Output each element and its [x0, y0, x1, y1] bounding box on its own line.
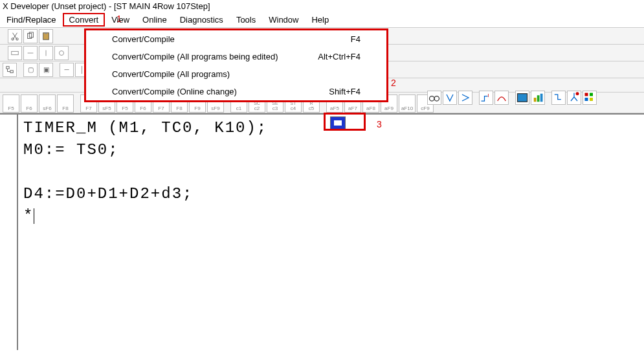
- window-icon[interactable]: [515, 91, 529, 105]
- svg-point-15: [576, 92, 579, 95]
- arrow-down-icon[interactable]: [443, 91, 457, 105]
- chart-icon[interactable]: [531, 91, 545, 105]
- dropdown-item-compile-edited[interactable]: Convert/Compile (All programs being edit…: [86, 48, 386, 65]
- menu-online[interactable]: Online: [136, 13, 173, 27]
- fkey-f6[interactable]: F6: [21, 94, 38, 113]
- fkey-sf6[interactable]: sF6: [39, 94, 56, 113]
- split-icon[interactable]: [567, 91, 581, 105]
- svg-point-8: [430, 96, 435, 102]
- svg-rect-18: [585, 98, 588, 101]
- fkey-f5[interactable]: F5: [3, 94, 19, 113]
- ladder-btn-1[interactable]: [8, 46, 22, 60]
- arrow-right-icon[interactable]: [458, 91, 472, 105]
- svg-point-7: [60, 50, 64, 55]
- editor-area: TIMER_M (M1, TC0, K10); M0:= TS0; D4:=D0…: [0, 113, 644, 350]
- annotation-box-3: [324, 113, 366, 131]
- menu-bar: Find/Replace Convert 1 View Online Diagn…: [0, 12, 644, 28]
- box-icon[interactable]: ▢: [23, 63, 38, 77]
- menu-help[interactable]: Help: [305, 13, 335, 27]
- editor-gutter: [0, 113, 18, 350]
- svg-rect-21: [10, 70, 13, 72]
- copy-icon[interactable]: [23, 29, 38, 43]
- toolbar-2-right: I: [427, 91, 597, 105]
- text-cursor: [34, 208, 34, 224]
- svg-rect-13: [537, 95, 540, 102]
- down-step-icon[interactable]: [551, 91, 566, 105]
- code-editor[interactable]: TIMER_M (M1, TC0, K10); M0:= TS0; D4:=D0…: [18, 113, 644, 350]
- window-title: X Developer (Unset project) - [ST MAIN 4…: [3, 1, 210, 11]
- svg-rect-20: [6, 66, 9, 69]
- menu-find-replace[interactable]: Find/Replace: [0, 13, 63, 27]
- hline-icon[interactable]: ─: [60, 63, 74, 77]
- svg-text:I: I: [488, 93, 489, 98]
- menu-tools[interactable]: Tools: [230, 13, 262, 27]
- svg-rect-11: [518, 94, 527, 102]
- annotation-2: 2: [391, 78, 396, 88]
- paste-icon[interactable]: [39, 29, 53, 43]
- ladder-btn-4[interactable]: [54, 46, 69, 60]
- title-bar: X Developer (Unset project) - [ST MAIN 4…: [0, 0, 644, 12]
- fkey-af10[interactable]: aF10: [399, 94, 416, 113]
- dropdown-item-compile[interactable]: Convert/Compile F4: [86, 30, 386, 48]
- ladder-btn-3[interactable]: [39, 46, 53, 60]
- svg-rect-5: [45, 32, 47, 34]
- box2-icon[interactable]: ▣: [39, 63, 53, 77]
- dropdown-item-compile-all[interactable]: Convert/Compile (All programs): [86, 65, 386, 83]
- cut-icon[interactable]: [8, 29, 22, 43]
- arc-icon[interactable]: [494, 91, 509, 105]
- svg-point-0: [12, 38, 14, 40]
- svg-point-1: [16, 38, 19, 40]
- convert-dropdown: Convert/Compile F4 Convert/Compile (All …: [84, 28, 388, 102]
- svg-rect-12: [534, 98, 537, 102]
- svg-rect-16: [585, 93, 588, 96]
- menu-convert[interactable]: Convert: [63, 13, 105, 27]
- menu-window[interactable]: Window: [262, 13, 305, 27]
- svg-point-9: [434, 96, 439, 102]
- svg-rect-19: [590, 98, 593, 101]
- step-icon[interactable]: I: [479, 91, 493, 105]
- svg-rect-6: [12, 51, 19, 54]
- tree-icon[interactable]: [3, 63, 17, 77]
- svg-rect-17: [590, 93, 593, 96]
- dropdown-item-compile-online[interactable]: Convert/Compile (Online change) Shift+F4: [86, 83, 386, 100]
- color-icon[interactable]: [583, 91, 597, 105]
- menu-diagnostics[interactable]: Diagnostics: [173, 13, 230, 27]
- annotation-3: 3: [377, 119, 382, 129]
- binoculars-icon[interactable]: [427, 91, 441, 105]
- svg-rect-14: [540, 94, 543, 102]
- fkey-f8[interactable]: F8: [57, 94, 74, 113]
- menu-view[interactable]: View: [105, 13, 136, 27]
- ladder-btn-2[interactable]: [23, 46, 38, 60]
